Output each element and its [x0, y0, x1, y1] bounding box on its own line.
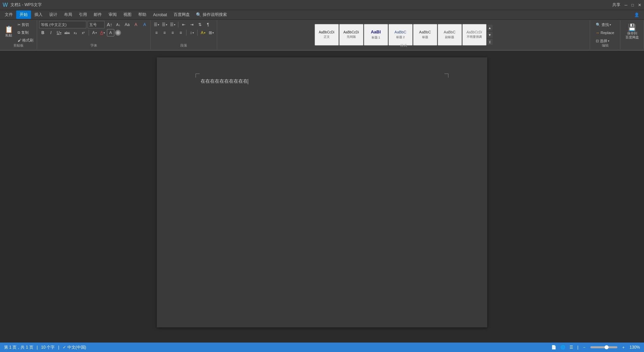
text-border-button[interactable]: A: [107, 29, 114, 36]
find-icon: 🔍: [596, 23, 601, 27]
gallery-down-button[interactable]: ▼: [487, 32, 493, 38]
menu-mail[interactable]: 邮件: [90, 10, 105, 19]
search-icon: 🔍: [196, 12, 201, 17]
clear-format-button[interactable]: A: [132, 21, 140, 28]
grow-font-button[interactable]: A↑: [106, 21, 113, 28]
save-content: 💾 保存到 百度网盘: [624, 21, 641, 49]
menu-references[interactable]: 引用: [76, 10, 90, 19]
justify-button[interactable]: ≡: [177, 29, 184, 36]
paste-button[interactable]: 📋 粘贴: [2, 21, 16, 43]
paragraph-group: ☰▾ ☰▾ ☰▾ ⇤ ⇥ ⇅ ¶ ≡ ≡ ≡ ≡ ↕▾: [151, 20, 217, 49]
text-shading-circle[interactable]: ⊙: [115, 30, 121, 36]
case-button[interactable]: Aa: [123, 21, 131, 28]
highlight-arrow: ▾: [95, 31, 97, 34]
font-color-button[interactable]: A ▾: [99, 29, 106, 36]
status-check-icon: ✓: [63, 345, 66, 350]
page-content-area[interactable]: 在在在在在在在在在在: [157, 57, 487, 105]
bold-button[interactable]: B: [39, 29, 47, 36]
title-bar: W 文档1 - WPS文字 共享 ─ □ ✕: [0, 0, 644, 10]
format-painter-icon: 🖌: [18, 38, 21, 42]
save-label: 保存到 百度网盘: [625, 31, 639, 39]
replace-button[interactable]: ↔ Replace: [594, 29, 615, 36]
multilevel-button[interactable]: ☰▾: [169, 21, 176, 28]
document-content[interactable]: 在在在在在在在在在在: [201, 79, 248, 84]
style-subtitle-label: 副标题: [445, 35, 454, 39]
superscript-button[interactable]: x²: [80, 29, 87, 36]
numbering-button[interactable]: ☰▾: [161, 21, 168, 28]
search-label: 操作说明搜索: [203, 12, 227, 18]
text-effect-button[interactable]: A: [141, 21, 148, 28]
font-group-label: 字体: [37, 43, 150, 49]
font-row1: A↑ A↓ Aa A A: [39, 21, 148, 28]
document-title: 文档1 - WPS文字: [10, 2, 42, 8]
cut-label: 剪切: [22, 22, 29, 27]
copy-button[interactable]: ⧉ 复制: [16, 29, 35, 36]
menu-file[interactable]: 文件: [1, 10, 16, 19]
maximize-btn[interactable]: □: [632, 3, 634, 7]
italic-button[interactable]: I: [47, 29, 55, 36]
align-left-button[interactable]: ≡: [153, 29, 160, 36]
zoom-level: 130%: [630, 345, 640, 350]
status-separator3: |: [577, 345, 578, 350]
close-btn[interactable]: ✕: [638, 3, 641, 7]
menu-home[interactable]: 开始: [16, 10, 31, 19]
align-right-button[interactable]: ≡: [169, 29, 176, 36]
font-highlight-button[interactable]: A ▾: [91, 29, 98, 36]
zoom-slider[interactable]: [590, 346, 617, 348]
style-normal-label: 正文: [324, 35, 330, 39]
cut-button[interactable]: ✂ 剪切: [16, 21, 35, 28]
line-spacing-button[interactable]: ↕▾: [188, 29, 196, 36]
menu-acrobat[interactable]: Acrobat: [150, 11, 170, 19]
font-color-arrow: ▾: [104, 31, 105, 34]
gallery-up-button[interactable]: ▲: [487, 25, 493, 31]
menu-help[interactable]: 帮助: [135, 10, 150, 19]
document-page: 在在在在在在在在在在: [157, 57, 487, 327]
document-text[interactable]: 在在在在在在在在在在: [201, 78, 443, 85]
menu-view[interactable]: 视图: [120, 10, 135, 19]
shrink-font-button[interactable]: A↓: [115, 21, 122, 28]
decrease-indent-button[interactable]: ⇤: [180, 21, 187, 28]
font-size-input[interactable]: [88, 21, 105, 28]
user-icon[interactable]: 👤: [631, 12, 643, 17]
zoom-handle[interactable]: [605, 345, 609, 349]
search-bar[interactable]: 🔍 操作说明搜索: [196, 12, 227, 18]
zoom-in-button[interactable]: ＋: [621, 345, 625, 350]
font-name-input[interactable]: [39, 21, 86, 28]
save-baidu-button[interactable]: 💾 保存到 百度网盘: [624, 21, 641, 43]
zoom-out-button[interactable]: －: [582, 345, 586, 350]
document-area: 在在在在在在在在在在: [0, 51, 644, 332]
style-title-label: 标题: [422, 35, 428, 39]
underline-button[interactable]: U▾: [55, 29, 63, 36]
edit-group-label: 编辑: [590, 43, 620, 49]
increase-indent-button[interactable]: ⇥: [188, 21, 196, 28]
save-icon: 💾: [628, 24, 636, 31]
border-button[interactable]: ⊞▾: [207, 29, 215, 36]
status-bar: 第 1 页，共 1 页 | 10 个字 | ✓ 中文(中国) 📄 🌐 ☰ | －…: [0, 343, 644, 352]
clipboard-label: 剪贴板: [0, 43, 37, 49]
subscript-button[interactable]: x₂: [71, 29, 79, 36]
align-center-button[interactable]: ≡: [161, 29, 168, 36]
para-sep1: [178, 22, 178, 28]
menu-baidu[interactable]: 百度网盘: [170, 10, 193, 19]
paste-icon: 📋: [5, 26, 13, 33]
find-button[interactable]: 🔍 查找 ▾: [594, 21, 612, 28]
view-web-button[interactable]: 🌐: [560, 345, 565, 350]
share-button[interactable]: 共享: [612, 2, 620, 8]
sort-button[interactable]: ⇅: [196, 21, 204, 28]
find-label: 查找: [602, 22, 609, 27]
font-row2: B I U▾ abc x₂ x² A ▾ A ▾ A: [39, 29, 121, 36]
para-group-label: 段落: [151, 43, 217, 49]
shading-button[interactable]: A▾: [199, 29, 207, 36]
cut-icon: ✂: [18, 23, 21, 27]
show-marks-button[interactable]: ¶: [204, 21, 212, 28]
bullets-button[interactable]: ☰▾: [153, 21, 160, 28]
copy-label: 复制: [21, 30, 29, 35]
view-print-button[interactable]: 📄: [551, 345, 556, 350]
minimize-btn[interactable]: ─: [624, 3, 627, 7]
view-outline-button[interactable]: ☰: [569, 345, 573, 350]
strikethrough-button[interactable]: abc: [63, 29, 71, 36]
menu-review[interactable]: 审阅: [105, 10, 120, 19]
menu-design[interactable]: 设计: [46, 10, 61, 19]
menu-insert[interactable]: 插入: [31, 10, 46, 19]
menu-layout[interactable]: 布局: [61, 10, 76, 19]
